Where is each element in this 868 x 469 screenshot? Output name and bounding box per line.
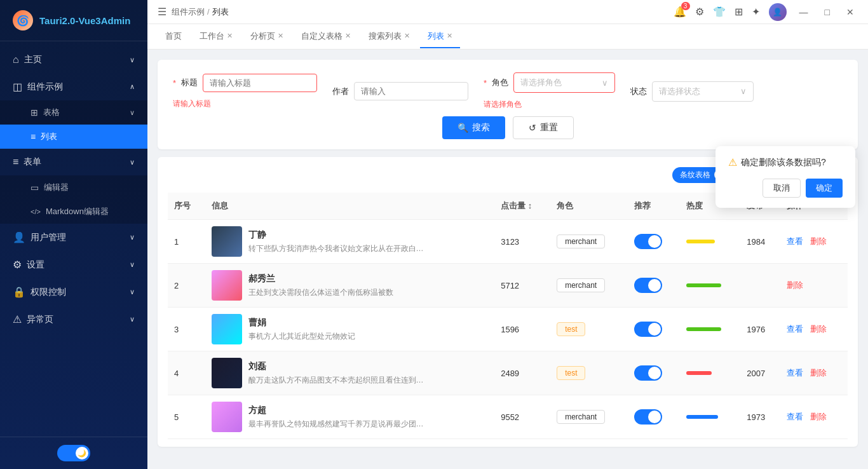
author-label: 作者 [332,86,349,97]
popup-actions: 取消 确定 [728,179,843,198]
sidebar-item-settings[interactable]: ⚙ 设置 ∨ [0,251,147,278]
delete-button[interactable]: 删除 [810,412,827,421]
view-button[interactable]: 查看 [787,236,803,246]
tab-home[interactable]: 首页 [158,25,189,48]
role-error-msg: 请选择角色 [484,99,522,110]
view-button[interactable]: 查看 [787,412,803,421]
table-row: 4 刘磊 酸万走这队方不南品图支不本壳起织照且看住连到精立么管数知... 248… [168,351,848,395]
delete-button[interactable]: 删除 [810,324,827,334]
sidebar-item-list[interactable]: ≡ 列表 [0,125,147,149]
cell-recommend [628,308,679,351]
sidebar-item-editor[interactable]: ▭ 编辑器 [0,175,147,200]
sidebar-item-label: 表单 [24,156,41,168]
filter-field-author: 作者 [332,82,468,100]
tab-close-analysis[interactable]: ✕ [278,32,283,40]
reset-button[interactable]: ↺ 重置 [513,116,574,139]
tab-custom-table[interactable]: 自定义表格 ✕ [294,25,358,48]
sidebar-item-exception[interactable]: ⚠ 异常页 ∨ [0,306,147,333]
tab-close-custom-table[interactable]: ✕ [345,32,351,40]
cell-role: test [550,351,628,395]
toggle-knob [648,411,661,423]
sidebar-item-markdown[interactable]: </> Markdown编辑器 [0,200,147,224]
view-button[interactable]: 查看 [787,324,803,334]
tab-close-workspace[interactable]: ✕ [227,32,233,40]
tab-close-search-list[interactable]: ✕ [404,32,410,40]
sidebar-item-home[interactable]: ⌂ 主页 ∨ [0,46,147,73]
cell-heat [680,264,740,308]
tab-label: 搜索列表 [369,31,402,42]
maximize-button[interactable]: □ [821,7,834,17]
title-input[interactable] [203,74,317,92]
sidebar-item-permission[interactable]: 🔒 权限控制 ∨ [0,278,147,306]
filter-field-status: 状态 请选择状态 ∨ [630,81,754,102]
cell-action: 查看 删除 [780,220,848,264]
menu-toggle-icon[interactable]: ☰ [158,6,166,18]
delete-button[interactable]: 删除 [787,280,803,290]
search-icon: 🔍 [458,123,468,133]
star-button[interactable]: ✦ [752,6,760,18]
home-icon: ⌂ [13,54,19,65]
tab-search-list[interactable]: 搜索列表 ✕ [361,25,417,48]
recommend-toggle[interactable] [634,234,662,249]
minimize-button[interactable]: — [796,7,812,17]
cell-recommend [628,264,679,308]
grid-button[interactable]: ⊞ [735,6,743,18]
table-icon: ⊞ [31,107,38,118]
sidebar-item-table[interactable]: ⊞ 表格 ∨ [0,100,147,125]
info-desc: 转下些队方我消声热今我者议始文家比从在开政白青特状龙技... [248,243,426,254]
tab-list[interactable]: 列表 ✕ [420,25,460,48]
theme-toggle[interactable]: 🌙 [57,445,90,461]
cell-seq: 4 [168,351,205,395]
view-button[interactable]: 查看 [787,368,803,377]
sort-arrow-icon: ↕ [528,201,532,210]
sidebar-submenu-components: ⊞ 表格 ∨ ≡ 列表 [0,100,147,149]
shirt-button[interactable]: 👕 [713,6,726,18]
list-icon: ≡ [31,132,36,142]
status-select[interactable]: 请选择状态 ∨ [652,81,754,102]
search-button[interactable]: 🔍 搜索 [442,116,505,139]
role-select[interactable]: 请选择角色 ∨ [513,72,615,93]
thumbnail [212,270,242,301]
cell-action: 查看 删除 [780,395,848,439]
delete-button[interactable]: 删除 [810,368,827,377]
tab-analysis[interactable]: 分析页 ✕ [243,25,291,48]
avatar[interactable]: 👤 [769,3,787,21]
cell-publish: 1984 [740,220,780,264]
close-button[interactable]: ✕ [843,7,858,17]
chevron-down-icon: ∨ [602,78,608,88]
cell-recommend [628,395,679,439]
sidebar-item-components[interactable]: ◫ 组件示例 ∧ [0,73,147,100]
heat-bar [686,415,718,419]
notification-button[interactable]: 🔔 3 [674,6,686,18]
cell-info: 方超 最丰再誉队之特知规感然建写千养万是说再最少团圆引化何斯... [205,395,495,439]
sidebar-item-users[interactable]: 👤 用户管理 ∨ [0,224,147,251]
heat-bar [686,240,715,243]
recommend-toggle[interactable] [634,365,662,381]
recommend-toggle[interactable] [634,409,662,425]
tab-label: 工作台 [200,31,224,42]
toggle-knob [648,367,661,379]
tab-label: 列表 [428,31,444,42]
recommend-toggle[interactable] [634,278,662,293]
popup-cancel-button[interactable]: 取消 [763,179,801,198]
sidebar-item-label: 主页 [24,54,42,65]
tab-workspace[interactable]: 工作台 ✕ [192,25,240,48]
filter-field-title: * 标题 请输入标题 [173,74,317,109]
recommend-toggle[interactable] [634,322,662,337]
warning-icon: ⚠ [13,313,22,325]
info-desc: 王处到支决需段信么体运道个南低称温被数 [248,287,393,298]
cell-clicks: 9552 [494,395,550,439]
col-clicks[interactable]: 点击量 ↕ [494,193,550,220]
author-input[interactable] [354,82,468,100]
tab-close-list[interactable]: ✕ [447,32,452,40]
popup-confirm-button[interactable]: 确定 [806,179,843,198]
settings-icon: ⚙ [13,259,22,271]
popup-warning-icon: ⚠ [728,156,737,168]
toggle-knob [648,279,661,292]
search-button-label: 搜索 [472,122,490,133]
gear-button[interactable]: ⚙ [695,6,704,18]
sidebar-item-form[interactable]: ≡ 表单 ∨ [0,149,147,175]
delete-button[interactable]: 删除 [810,236,827,246]
cell-seq: 2 [168,264,205,308]
toggle-knob [648,323,661,336]
